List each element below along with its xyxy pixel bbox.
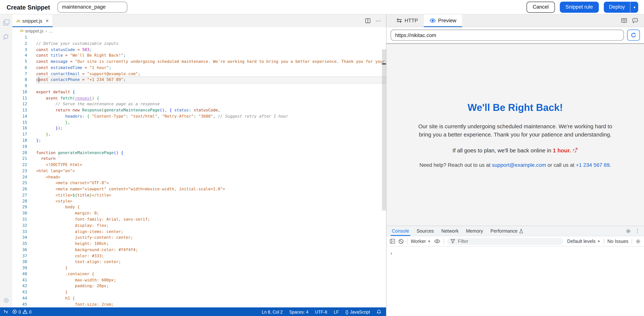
line-number[interactable]: 34: [12, 235, 27, 241]
code-line: async fetch(request) {: [36, 95, 386, 101]
console-settings-gear-icon[interactable]: [636, 239, 641, 244]
devtools-tab-memory[interactable]: Memory: [462, 226, 487, 236]
support-email-link[interactable]: support@example.com: [492, 162, 546, 168]
problems-indicator[interactable]: 0 0: [12, 309, 32, 314]
line-number[interactable]: 18: [12, 138, 27, 144]
line-number[interactable]: 11: [12, 95, 27, 101]
indentation-indicator[interactable]: Spaces: 4: [289, 309, 308, 314]
preview-url-input[interactable]: [390, 30, 624, 41]
line-number[interactable]: 30: [12, 211, 27, 216]
code-lines[interactable]: // Define your customizable inputsconst …: [30, 35, 386, 307]
line-col-indicator[interactable]: Ln 8, Col 2: [262, 309, 283, 314]
line-number[interactable]: 44: [12, 295, 27, 301]
devtools-tab-network[interactable]: Network: [438, 226, 462, 236]
line-number[interactable]: 27: [12, 192, 27, 198]
notifications-bell-icon[interactable]: [376, 309, 381, 314]
devtools-settings-gear-icon[interactable]: [626, 228, 631, 234]
cancel-button[interactable]: Cancel: [526, 2, 555, 13]
files-icon[interactable]: [2, 19, 10, 26]
editor-actions: ⋯: [365, 15, 386, 27]
snippet-name-input[interactable]: [57, 2, 127, 13]
line-number[interactable]: 23: [12, 168, 27, 174]
devtools-tab-sources[interactable]: Sources: [413, 226, 438, 236]
line-number[interactable]: 28: [12, 198, 27, 204]
line-number[interactable]: 36: [12, 247, 27, 253]
line-number[interactable]: 42: [12, 283, 27, 289]
line-number[interactable]: 39: [12, 265, 27, 271]
line-number[interactable]: 3: [12, 47, 27, 53]
devtools-tab-performance[interactable]: Performance: [487, 226, 527, 236]
execution-context-dropdown[interactable]: Worker▼: [411, 239, 431, 244]
devtools-more-icon[interactable]: ⋮: [635, 228, 640, 233]
log-levels-dropdown[interactable]: Default levels▼: [567, 239, 600, 244]
line-number[interactable]: 2: [12, 41, 27, 47]
search-icon[interactable]: [2, 33, 10, 41]
remote-indicator-icon[interactable]: [3, 309, 8, 314]
encoding-indicator[interactable]: UTF-8: [315, 309, 327, 314]
deploy-button[interactable]: Deploy: [604, 2, 630, 13]
filter-input[interactable]: [457, 238, 560, 244]
split-editor-icon[interactable]: [365, 18, 370, 24]
deploy-options-button[interactable]: ▾: [630, 2, 638, 13]
line-number[interactable]: 26: [12, 186, 27, 192]
phone-link[interactable]: +1 234 567 89: [576, 162, 610, 168]
line-number[interactable]: 21: [12, 156, 27, 162]
refresh-button[interactable]: [627, 30, 640, 41]
code-line: const statusCode = 503;: [36, 47, 386, 53]
line-number[interactable]: 22: [12, 162, 27, 168]
clear-console-icon[interactable]: [398, 239, 404, 244]
tab-http[interactable]: HTTP: [390, 15, 424, 27]
line-number[interactable]: 31: [12, 216, 27, 222]
line-number[interactable]: 5: [12, 59, 27, 65]
language-indicator[interactable]: {} JavaScript: [345, 309, 370, 314]
tab-snippet-js[interactable]: JS snippet.js ×: [12, 15, 53, 27]
breadcrumb[interactable]: JS snippet.js › …: [12, 27, 386, 35]
line-number[interactable]: 41: [12, 277, 27, 283]
line-number[interactable]: 19: [12, 144, 27, 150]
line-number[interactable]: 6: [12, 65, 27, 71]
code-line: padding: 20px;: [36, 283, 386, 289]
snippet-rule-button[interactable]: Snippet rule: [560, 2, 598, 13]
line-number[interactable]: 29: [12, 204, 27, 210]
line-number[interactable]: 12: [12, 101, 27, 107]
line-number[interactable]: 25: [12, 180, 27, 186]
line-number[interactable]: 1: [12, 35, 27, 41]
line-number[interactable]: 10: [12, 89, 27, 95]
line-number[interactable]: 14: [12, 113, 27, 119]
tab-preview[interactable]: Preview: [424, 15, 462, 27]
line-number[interactable]: 33: [12, 229, 27, 235]
settings-gear-icon[interactable]: [2, 297, 10, 304]
console-sidebar-toggle-icon[interactable]: [390, 239, 395, 244]
line-number[interactable]: 7: [12, 71, 27, 77]
line-number[interactable]: 37: [12, 253, 27, 259]
eol-indicator[interactable]: LF: [334, 309, 339, 314]
line-number[interactable]: 17: [12, 132, 27, 138]
live-expression-eye-icon[interactable]: [434, 239, 440, 244]
more-actions-icon[interactable]: ⋯: [376, 18, 381, 24]
code-editor[interactable]: 1234567891011121314151617181920212223242…: [12, 35, 386, 307]
docs-book-icon[interactable]: [621, 18, 627, 24]
issues-counter[interactable]: No Issues: [607, 239, 628, 244]
discord-chat-icon[interactable]: [632, 18, 638, 24]
console-filter[interactable]: [447, 238, 563, 245]
line-number[interactable]: 13: [12, 107, 27, 113]
line-number[interactable]: 43: [12, 289, 27, 295]
line-number[interactable]: 15: [12, 120, 27, 125]
line-number[interactable]: 8: [12, 77, 27, 83]
scrollbar-thumb[interactable]: [382, 49, 386, 211]
line-number[interactable]: 24: [12, 174, 27, 180]
console-output[interactable]: ›: [386, 247, 644, 316]
line-number[interactable]: 45: [12, 301, 27, 307]
editor-scrollbar[interactable]: [382, 35, 386, 307]
devtools-tab-console[interactable]: Console: [388, 226, 413, 236]
line-number[interactable]: 9: [12, 83, 27, 89]
line-number[interactable]: 20: [12, 150, 27, 156]
code-line: <!DOCTYPE html>: [36, 162, 386, 168]
line-number[interactable]: 40: [12, 271, 27, 277]
line-number[interactable]: 38: [12, 259, 27, 265]
line-number[interactable]: 4: [12, 53, 27, 59]
line-number[interactable]: 32: [12, 223, 27, 229]
line-number[interactable]: 16: [12, 125, 27, 131]
line-number[interactable]: 35: [12, 241, 27, 247]
close-icon[interactable]: ×: [46, 18, 49, 24]
